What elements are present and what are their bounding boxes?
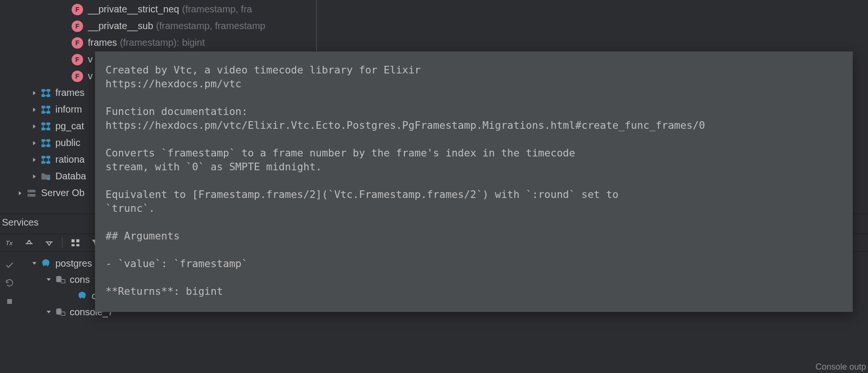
svg-rect-22 xyxy=(28,194,36,197)
postgres-icon xyxy=(76,290,88,301)
function-icon: F xyxy=(72,37,83,49)
svg-rect-15 xyxy=(47,144,50,147)
services-root-label: postgres xyxy=(55,258,92,269)
svg-rect-0 xyxy=(42,89,45,92)
postgres-icon xyxy=(40,258,52,269)
function-name: frames xyxy=(88,37,117,48)
function-icon: F xyxy=(72,71,83,82)
chevron-right-icon[interactable] xyxy=(29,154,40,166)
console-group-icon xyxy=(54,306,66,318)
svg-rect-14 xyxy=(42,144,45,147)
function-signature: (framestamp, fra xyxy=(182,4,252,15)
chevron-right-icon[interactable] xyxy=(29,104,40,115)
stop-icon[interactable] xyxy=(4,296,15,307)
function-name: v xyxy=(88,54,93,65)
status-bar-text: Console outp xyxy=(815,362,866,372)
svg-rect-12 xyxy=(42,139,45,142)
schema-name: public xyxy=(55,137,80,148)
function-row[interactable]: F __private__strict_neq (framestamp, fra xyxy=(0,1,868,18)
svg-rect-4 xyxy=(42,105,45,108)
chevron-down-icon[interactable] xyxy=(29,258,40,269)
function-name: __private__sub xyxy=(88,21,153,31)
function-icon: F xyxy=(72,4,83,15)
schema-icon xyxy=(40,121,52,132)
server-icon xyxy=(26,187,37,199)
svg-rect-33 xyxy=(61,312,65,315)
function-row[interactable]: F frames (framestamp): bigint xyxy=(0,34,868,51)
function-name: v xyxy=(88,71,93,82)
svg-rect-27 xyxy=(72,244,74,247)
layout-button[interactable] xyxy=(68,236,83,249)
svg-rect-26 xyxy=(76,239,79,242)
svg-rect-21 xyxy=(28,189,36,192)
tx-mode-button[interactable]: Tx xyxy=(2,236,16,249)
chevron-down-icon[interactable] xyxy=(43,306,54,318)
chevron-right-icon[interactable] xyxy=(29,171,40,182)
schema-name: pg_cat xyxy=(55,121,84,132)
rollback-button[interactable] xyxy=(42,236,56,249)
svg-rect-2 xyxy=(42,94,45,97)
commit-button[interactable] xyxy=(22,236,36,249)
svg-rect-11 xyxy=(47,127,50,130)
function-row[interactable]: F __private__sub (framestamp, framestamp xyxy=(0,18,868,34)
svg-rect-25 xyxy=(72,239,74,242)
chevron-down-icon[interactable] xyxy=(43,274,54,285)
console-group-icon xyxy=(54,274,66,285)
schema-icon xyxy=(40,87,52,99)
svg-rect-18 xyxy=(42,161,45,164)
function-signature: (framestamp, framestamp xyxy=(156,21,265,31)
history-icon[interactable] xyxy=(4,278,15,289)
folder-name: Databa xyxy=(55,171,86,182)
svg-rect-13 xyxy=(47,139,50,142)
function-icon: F xyxy=(72,54,83,65)
svg-rect-8 xyxy=(42,122,45,125)
svg-rect-19 xyxy=(47,161,50,164)
function-name: __private__strict_neq xyxy=(88,4,179,15)
services-title: Services xyxy=(2,217,39,228)
svg-rect-9 xyxy=(47,122,50,125)
services-item-label: cons xyxy=(70,274,90,285)
chevron-right-icon[interactable] xyxy=(14,187,26,199)
check-icon[interactable] xyxy=(4,260,15,270)
svg-point-20 xyxy=(47,177,50,178)
svg-rect-6 xyxy=(42,111,45,114)
svg-point-23 xyxy=(29,190,30,191)
svg-rect-29 xyxy=(7,299,12,304)
schema-icon xyxy=(40,104,52,115)
folder-db-icon xyxy=(40,171,52,182)
schema-name: rationa xyxy=(55,154,85,165)
svg-rect-31 xyxy=(61,280,65,283)
server-objects-label: Server Ob xyxy=(41,187,85,198)
chevron-right-icon[interactable] xyxy=(29,87,40,99)
vertical-divider xyxy=(316,0,317,52)
svg-point-24 xyxy=(29,195,30,196)
schema-name: frames xyxy=(55,87,85,98)
schema-icon xyxy=(40,137,52,149)
chevron-right-icon[interactable] xyxy=(29,137,40,149)
svg-rect-5 xyxy=(47,105,50,108)
schema-name: inform xyxy=(55,104,82,115)
svg-rect-17 xyxy=(47,155,50,158)
svg-point-32 xyxy=(56,308,62,310)
svg-rect-10 xyxy=(42,127,45,130)
services-gutter xyxy=(0,252,19,373)
schema-icon xyxy=(40,154,52,166)
svg-point-30 xyxy=(56,276,62,278)
function-signature: (framestamp): bigint xyxy=(120,37,205,48)
function-icon: F xyxy=(72,21,83,32)
svg-rect-28 xyxy=(76,244,79,247)
documentation-tooltip: Created by Vtc, a video timecode library… xyxy=(95,52,853,312)
svg-rect-1 xyxy=(47,89,50,92)
chevron-right-icon[interactable] xyxy=(29,121,40,132)
svg-rect-3 xyxy=(47,94,50,97)
svg-rect-16 xyxy=(42,155,45,158)
svg-rect-7 xyxy=(47,111,50,114)
